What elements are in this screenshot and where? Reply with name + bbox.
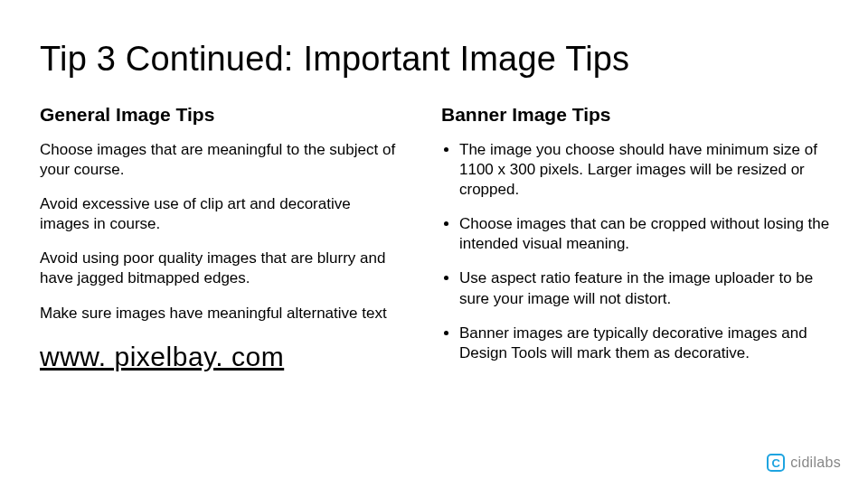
general-tip-3: Avoid using poor quality images that are… [40, 249, 401, 288]
cidilabs-logo: C cidilabs [767, 454, 841, 472]
left-column: General Image Tips Choose images that ar… [40, 104, 401, 378]
general-tip-1: Choose images that are meaningful to the… [40, 140, 401, 180]
resource-link[interactable]: www. pixelbay. com [40, 342, 401, 372]
banner-tip-2: Choose images that can be cropped withou… [459, 214, 832, 254]
banner-tip-4: Banner images are typically decorative i… [459, 324, 832, 363]
banner-tip-1: The image you choose should have minimum… [459, 140, 832, 200]
general-tips-heading: General Image Tips [40, 104, 401, 126]
banner-tips-heading: Banner Image Tips [441, 104, 832, 126]
logo-text: cidilabs [790, 455, 841, 471]
right-column: Banner Image Tips The image you choose s… [441, 104, 832, 378]
logo-mark-icon: C [767, 454, 785, 472]
banner-tips-list: The image you choose should have minimum… [441, 140, 832, 363]
slide: Tip 3 Continued: Important Image Tips Ge… [0, 0, 868, 488]
banner-tip-3: Use aspect ratio feature in the image up… [459, 268, 832, 308]
general-tip-4: Make sure images have meaningful alterna… [40, 304, 401, 324]
content-columns: General Image Tips Choose images that ar… [40, 104, 832, 378]
general-tip-2: Avoid excessive use of clip art and deco… [40, 194, 401, 234]
slide-title: Tip 3 Continued: Important Image Tips [40, 40, 832, 79]
